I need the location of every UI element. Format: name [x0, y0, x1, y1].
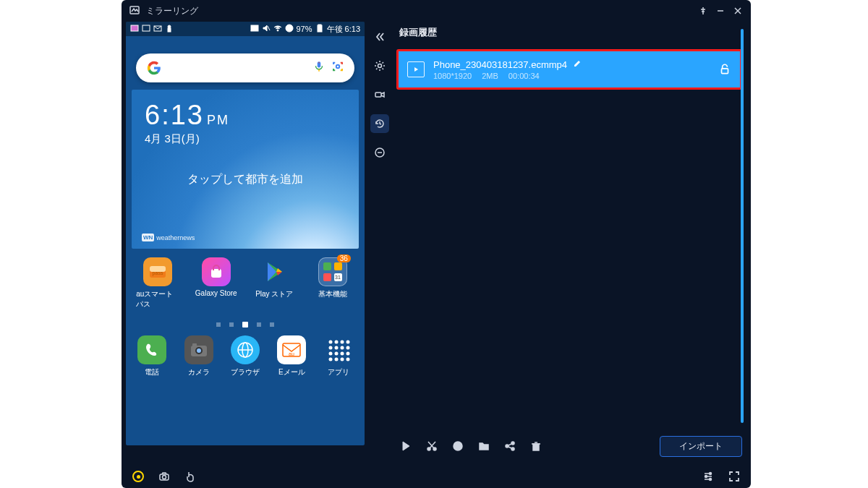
svg-line-69: [509, 444, 511, 445]
svg-rect-14: [318, 25, 322, 32]
google-search-bar[interactable]: [136, 53, 354, 82]
app-au-smartpass[interactable]: pass auスマートパス: [136, 257, 179, 309]
action-play[interactable]: [396, 437, 415, 455]
svg-point-31: [197, 348, 201, 353]
close-button[interactable]: [732, 5, 744, 17]
app-label: Play ストア: [255, 289, 293, 299]
svg-point-18: [318, 62, 320, 64]
gallery-icon: [130, 24, 139, 34]
dock-phone[interactable]: 電話: [130, 335, 174, 377]
mute-icon: [262, 24, 271, 34]
folder-icon: 36 31: [318, 257, 347, 286]
svg-point-41: [346, 341, 349, 344]
svg-point-54: [378, 64, 382, 68]
side-rail: [367, 22, 392, 465]
action-share[interactable]: [501, 437, 519, 455]
import-button[interactable]: インポート: [660, 436, 742, 457]
apps-grid-icon: [324, 335, 353, 364]
lock-icon[interactable]: [718, 63, 731, 76]
svg-point-82: [705, 476, 707, 478]
svg-point-48: [340, 352, 344, 356]
lens-icon[interactable]: [331, 60, 344, 76]
rail-collapse-button[interactable]: [370, 27, 389, 46]
add-city-hint[interactable]: タップして都市を追加: [145, 172, 346, 187]
action-cut[interactable]: [422, 437, 441, 455]
rail-record-button[interactable]: [370, 85, 389, 104]
window-title: ミラーリング: [146, 5, 198, 17]
app-label: 電話: [145, 367, 159, 377]
toolbar-pointer[interactable]: [182, 468, 198, 484]
toolbar-screenshot[interactable]: [156, 468, 172, 484]
battery-text: 97%: [297, 25, 312, 33]
rail-annotate-button[interactable]: [370, 143, 389, 162]
toolbar-record[interactable]: [130, 468, 146, 484]
recording-filename: Phone_230403181237.ecmmp4: [433, 59, 567, 70]
svg-rect-71: [533, 444, 539, 450]
recording-size: 2MB: [482, 72, 498, 80]
svg-point-44: [340, 346, 344, 350]
cast-icon: [250, 24, 259, 34]
mic-icon[interactable]: [312, 60, 326, 76]
app-label: Galaxy Store: [195, 289, 237, 297]
dock-email[interactable]: au Eメール: [270, 335, 313, 377]
svg-point-83: [710, 479, 712, 481]
svg-point-43: [334, 346, 338, 350]
action-info[interactable]: [448, 437, 467, 455]
svg-rect-15: [318, 25, 321, 25]
home-app-row: pass auスマートパス Galaxy Store: [129, 257, 362, 309]
pin-button[interactable]: [697, 5, 709, 17]
action-delete[interactable]: [527, 437, 545, 455]
svg-point-47: [334, 352, 338, 356]
dock-apps[interactable]: アプリ: [317, 335, 360, 377]
app-galaxy-store[interactable]: Galaxy Store: [195, 257, 238, 309]
panel-action-bar: インポート: [396, 432, 742, 461]
svg-point-77: [163, 476, 166, 479]
dock-browser[interactable]: ブラウザ: [224, 335, 267, 377]
wifi-icon: [273, 24, 282, 34]
svg-text:31: 31: [335, 275, 341, 280]
action-open-folder[interactable]: [475, 437, 493, 455]
app-play-store[interactable]: Play ストア: [252, 257, 296, 309]
app-window: ミラーリング: [122, 0, 751, 488]
rail-settings-button[interactable]: [370, 56, 389, 75]
dock-camera[interactable]: カメラ: [177, 335, 221, 377]
app-folder-basic[interactable]: 36 31 基本機能: [311, 257, 354, 309]
home-page-indicator[interactable]: [126, 322, 365, 328]
rail-history-button[interactable]: [370, 114, 389, 133]
toolbar-fullscreen[interactable]: [726, 468, 742, 484]
svg-point-38: [328, 341, 332, 344]
phone-icon: [137, 335, 166, 364]
toolbar-settings-list[interactable]: [700, 468, 716, 484]
privacy-icon: [165, 24, 174, 34]
svg-point-7: [168, 25, 171, 28]
minimize-button[interactable]: [715, 5, 726, 17]
svg-point-51: [334, 358, 338, 361]
clock-date: 4月 3日(月): [145, 132, 346, 146]
panel-scrollbar[interactable]: [741, 29, 744, 423]
svg-rect-32: [192, 343, 197, 346]
svg-point-11: [277, 30, 278, 31]
panel-heading: 録画履歴: [399, 26, 742, 39]
recording-resolution: 1080*1920: [433, 72, 472, 80]
main-area: 97% 午後 6:13: [122, 22, 751, 465]
svg-text:au: au: [289, 351, 294, 356]
globe-icon: [231, 335, 260, 364]
bottom-toolbar: [122, 465, 751, 488]
recording-item[interactable]: Phone_230403181237.ecmmp4 1080*1920 2MB …: [396, 49, 742, 90]
svg-point-49: [346, 352, 349, 356]
phone-screen[interactable]: 97% 午後 6:13: [126, 22, 365, 445]
svg-point-45: [346, 346, 349, 350]
camera-icon: [184, 335, 213, 364]
notification-badge: 36: [337, 254, 351, 262]
wallet-icon: pass: [143, 257, 172, 286]
svg-point-40: [340, 341, 344, 344]
svg-point-42: [328, 346, 332, 350]
edit-icon[interactable]: [573, 59, 582, 70]
weather-widget[interactable]: 6:13PM 4月 3日(月) タップして都市を追加 WN weathernew…: [132, 90, 359, 249]
svg-rect-5: [142, 25, 150, 31]
svg-point-50: [328, 358, 332, 361]
app-label: カメラ: [188, 367, 210, 377]
mail-icon: au: [277, 335, 306, 364]
svg-point-68: [511, 448, 514, 450]
recording-info: Phone_230403181237.ecmmp4 1080*1920 2MB …: [433, 59, 710, 80]
